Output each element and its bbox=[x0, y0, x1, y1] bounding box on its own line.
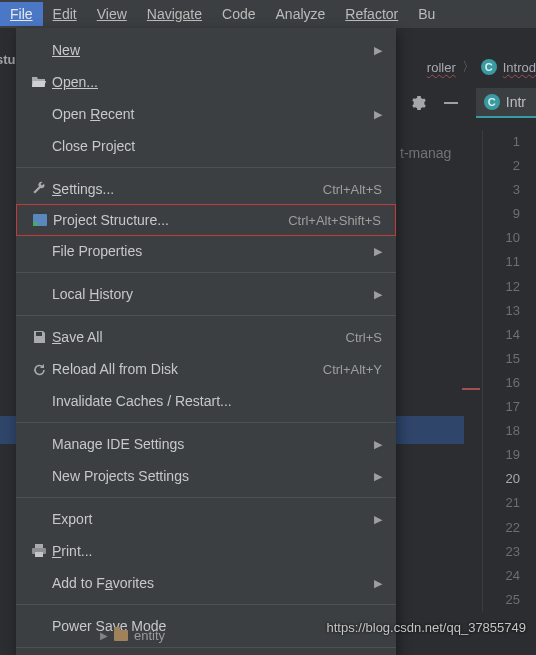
menu-build-fragment[interactable]: Bu bbox=[408, 2, 445, 26]
project-tree-item[interactable]: ▶ entity bbox=[100, 628, 165, 643]
menu-edit[interactable]: Edit bbox=[43, 2, 87, 26]
menu-separator bbox=[16, 604, 396, 605]
reload-icon bbox=[26, 362, 52, 377]
chevron-right-icon: ▶ bbox=[374, 470, 382, 483]
gear-icon[interactable] bbox=[410, 95, 426, 111]
menu-navigate[interactable]: Navigate bbox=[137, 2, 212, 26]
menu-separator bbox=[16, 272, 396, 273]
menu-new-projects-settings[interactable]: New Projects Settings▶ bbox=[16, 460, 396, 492]
wrench-icon bbox=[26, 181, 52, 197]
menu-save-all[interactable]: Save AllCtrl+S bbox=[16, 321, 396, 353]
folder-icon bbox=[114, 630, 128, 641]
chevron-right-icon: ▶ bbox=[374, 438, 382, 451]
save-icon bbox=[26, 330, 52, 345]
menu-view[interactable]: View bbox=[87, 2, 137, 26]
class-badge-icon: C bbox=[481, 59, 497, 75]
line-number: 21 bbox=[483, 491, 520, 515]
line-number: 12 bbox=[483, 275, 520, 299]
menu-print[interactable]: Print... bbox=[16, 535, 396, 567]
line-number: 14 bbox=[483, 323, 520, 347]
breadcrumb: roller 〉 C Introd bbox=[427, 55, 536, 79]
menu-project-structure[interactable]: Project Structure...Ctrl+Alt+Shift+S bbox=[16, 204, 396, 236]
menu-settings[interactable]: Settings...Ctrl+Alt+S bbox=[16, 173, 396, 205]
chevron-right-icon: ▶ bbox=[100, 630, 108, 641]
minimize-icon[interactable] bbox=[444, 102, 458, 104]
chevron-right-icon: ▶ bbox=[374, 44, 382, 57]
tree-item-label: entity bbox=[134, 628, 165, 643]
menubar: File Edit View Navigate Code Analyze Ref… bbox=[0, 0, 536, 28]
background-text-fragment: t-manag bbox=[400, 145, 451, 161]
line-number: 10 bbox=[483, 226, 520, 250]
line-number: 20 bbox=[483, 467, 520, 491]
line-number: 17 bbox=[483, 395, 520, 419]
chevron-right-icon: ▶ bbox=[374, 245, 382, 258]
menu-local-history[interactable]: Local History▶ bbox=[16, 278, 396, 310]
line-number: 3 bbox=[483, 178, 520, 202]
menu-separator bbox=[16, 497, 396, 498]
svg-rect-2 bbox=[35, 544, 43, 548]
class-badge-icon: C bbox=[484, 94, 500, 110]
svg-rect-1 bbox=[33, 222, 38, 226]
toolbar-right bbox=[410, 95, 458, 111]
menu-reload-disk[interactable]: Reload All from DiskCtrl+Alt+Y bbox=[16, 353, 396, 385]
chevron-right-icon: ▶ bbox=[374, 577, 382, 590]
line-number: 1 bbox=[483, 130, 520, 154]
menu-add-favorites[interactable]: Add to Favorites▶ bbox=[16, 567, 396, 599]
menu-file[interactable]: File bbox=[0, 2, 43, 26]
menu-export[interactable]: Export▶ bbox=[16, 503, 396, 535]
error-underline bbox=[462, 388, 480, 390]
menu-open-recent[interactable]: Open Recent▶ bbox=[16, 98, 396, 130]
menu-open[interactable]: Open... bbox=[16, 66, 396, 98]
menu-new[interactable]: New▶ bbox=[16, 34, 396, 66]
svg-rect-4 bbox=[35, 552, 43, 557]
breadcrumb-item[interactable]: Introd bbox=[503, 60, 536, 75]
toolwindow-stub: stu bbox=[0, 52, 16, 67]
line-number: 22 bbox=[483, 516, 520, 540]
line-number: 2 bbox=[483, 154, 520, 178]
line-number: 23 bbox=[483, 540, 520, 564]
breadcrumb-item[interactable]: roller bbox=[427, 60, 456, 75]
line-number: 18 bbox=[483, 419, 520, 443]
menu-refactor[interactable]: Refactor bbox=[335, 2, 408, 26]
line-number: 13 bbox=[483, 299, 520, 323]
print-icon bbox=[26, 544, 52, 558]
menu-file-properties[interactable]: File Properties▶ bbox=[16, 235, 396, 267]
line-number: 16 bbox=[483, 371, 520, 395]
menu-separator bbox=[16, 647, 396, 648]
chevron-right-icon: ▶ bbox=[374, 288, 382, 301]
line-number: 11 bbox=[483, 250, 520, 274]
chevron-right-icon: ▶ bbox=[374, 108, 382, 121]
watermark-text: https://blog.csdn.net/qq_37855749 bbox=[327, 620, 527, 635]
editor-tab[interactable]: C Intr bbox=[476, 88, 536, 118]
line-number: 19 bbox=[483, 443, 520, 467]
line-number: 25 bbox=[483, 588, 520, 612]
menu-close-project[interactable]: Close Project bbox=[16, 130, 396, 162]
menu-code[interactable]: Code bbox=[212, 2, 265, 26]
project-structure-icon bbox=[27, 213, 53, 227]
folder-open-icon bbox=[26, 75, 52, 89]
chevron-right-icon: 〉 bbox=[462, 58, 475, 76]
line-number: 15 bbox=[483, 347, 520, 371]
line-number: 24 bbox=[483, 564, 520, 588]
file-menu-dropdown: New▶ Open... Open Recent▶ Close Project … bbox=[16, 28, 396, 655]
line-gutter: 123910111213141516171819202122232425 bbox=[482, 130, 536, 612]
menu-manage-ide-settings[interactable]: Manage IDE Settings▶ bbox=[16, 428, 396, 460]
menu-separator bbox=[16, 422, 396, 423]
menu-invalidate-caches[interactable]: Invalidate Caches / Restart... bbox=[16, 385, 396, 417]
chevron-right-icon: ▶ bbox=[374, 513, 382, 526]
line-number: 9 bbox=[483, 202, 520, 226]
menu-separator bbox=[16, 315, 396, 316]
tab-label: Intr bbox=[506, 94, 526, 110]
menu-separator bbox=[16, 167, 396, 168]
menu-analyze[interactable]: Analyze bbox=[266, 2, 336, 26]
